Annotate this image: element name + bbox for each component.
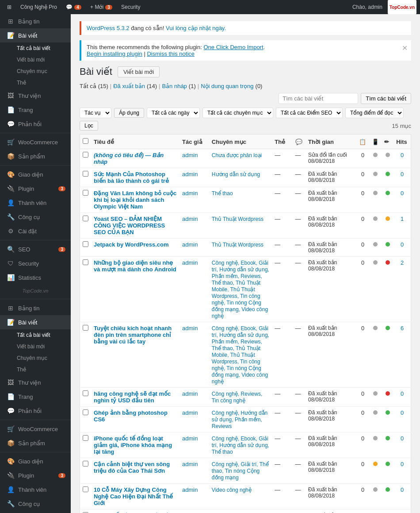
hits-link-9[interactable]: 0 bbox=[401, 435, 404, 442]
post-title-link-5[interactable]: Những bộ giao diện siêu nhẹ và mượt mà d… bbox=[94, 259, 176, 273]
sidebar-item-security[interactable]: 🛡 Security bbox=[0, 256, 71, 270]
row-cb-8[interactable] bbox=[83, 409, 88, 415]
filter-draft[interactable]: Bản nháp bbox=[162, 83, 187, 89]
filter-important[interactable]: Nội dung quan trọng bbox=[201, 83, 253, 89]
sidebar-item-pages[interactable]: 📄 Trang bbox=[0, 103, 71, 117]
author-link-11[interactable]: admin bbox=[182, 486, 198, 493]
row-cb-2[interactable] bbox=[83, 190, 88, 196]
filter-button[interactable]: Lọc bbox=[80, 121, 98, 131]
sidebar-subitem-tags[interactable]: Thẻ bbox=[0, 77, 71, 89]
category-filter-select[interactable]: Tất cả các chuyên mục bbox=[202, 108, 273, 118]
author-link-2[interactable]: admin bbox=[182, 190, 198, 197]
author-link-6[interactable]: admin bbox=[182, 325, 198, 332]
hits-link-2[interactable]: 0 bbox=[401, 190, 404, 197]
row-cb-3[interactable] bbox=[83, 216, 88, 221]
sidebar-item-seo[interactable]: 🔍 SEO 3 bbox=[0, 242, 71, 256]
post-title-link-8[interactable]: Ghép ảnh bằng photoshop CS6 bbox=[94, 409, 168, 423]
sidebar-item-dashboard[interactable]: ⊞ Bảng tin bbox=[0, 14, 71, 28]
sidebar-item-library2[interactable]: 🖼 Thư viện bbox=[0, 375, 71, 390]
row-cb-4[interactable] bbox=[83, 241, 88, 247]
sidebar-subitem-new2[interactable]: Viết bài mới bbox=[0, 341, 71, 352]
sidebar-item-appearance[interactable]: 🎨 Giao diện bbox=[0, 167, 71, 181]
sidebar-item-woo[interactable]: 🛒 WooCommerce bbox=[0, 135, 71, 149]
sidebar-item-users[interactable]: 👤 Thành viên bbox=[0, 196, 71, 210]
plugin-link[interactable]: One Click Demo Import bbox=[203, 44, 263, 50]
search-input[interactable] bbox=[279, 93, 358, 104]
sidebar-item-posts2[interactable]: 📝 Bài viết bbox=[0, 315, 71, 329]
author-link-7[interactable]: admin bbox=[182, 390, 198, 397]
adminbar-greeting[interactable]: Chào, admin bbox=[349, 0, 386, 14]
hits-link-0[interactable]: 0 bbox=[401, 152, 404, 158]
sidebar-subitem-all2[interactable]: Tất cả bài viết bbox=[0, 329, 71, 341]
row-cb-0[interactable] bbox=[83, 152, 88, 158]
sidebar-item-pages2[interactable]: 📄 Trang bbox=[0, 390, 71, 404]
adminbar-new[interactable]: + Mới 3 bbox=[87, 0, 116, 14]
sidebar-item-plugins[interactable]: 🔌 Plugin 3 bbox=[0, 181, 71, 196]
sidebar-subitem-categories[interactable]: Chuyên mục bbox=[0, 66, 71, 77]
post-title-link-7[interactable]: hãng công nghệ sẽ đạt mốc nghìn tỷ USD đ… bbox=[94, 390, 171, 404]
row-cb-7[interactable] bbox=[83, 390, 88, 396]
sidebar-item-settings2[interactable]: ⚙ Cài đặt bbox=[0, 511, 71, 513]
adminbar-comments[interactable]: 💬 4 bbox=[62, 0, 85, 14]
sidebar-subitem-cat2[interactable]: Chuyên mục bbox=[0, 352, 71, 364]
sidebar-item-library[interactable]: 🖼 Thư viện bbox=[0, 89, 71, 103]
hits-link-1[interactable]: 0 bbox=[401, 171, 404, 177]
bulk-action-select[interactable]: Tác vụ bbox=[80, 108, 111, 118]
filter-published[interactable]: Đã xuất bản bbox=[113, 83, 145, 89]
sidebar-item-settings[interactable]: ⚙ Cài đặt bbox=[0, 224, 71, 238]
author-link-0[interactable]: admin bbox=[182, 152, 198, 158]
readability-filter-select[interactable]: Tổng điểm để đọc bbox=[345, 108, 404, 118]
apply-button-top[interactable]: Áp dụng bbox=[114, 108, 144, 118]
row-cb-5[interactable] bbox=[83, 259, 88, 265]
sidebar-item-products2[interactable]: 📦 Sản phẩm bbox=[0, 436, 71, 450]
post-title-link-1[interactable]: Sức Mạnh Của Photoshop biến bà lão thành… bbox=[94, 171, 169, 184]
sidebar-subitem-all-posts[interactable]: Tất cả bài viết bbox=[0, 42, 71, 54]
row-cb-10[interactable] bbox=[83, 461, 88, 467]
post-title-link-11[interactable]: 10 Cỗ Máy Xây Dựng Công Nghệ Cao Hiện Đạ… bbox=[94, 486, 173, 506]
sidebar-item-posts[interactable]: 📝 Bài viết bbox=[0, 28, 71, 42]
search-button[interactable]: Tìm các bài viết bbox=[361, 93, 411, 104]
post-title-link-0[interactable]: (không có tiêu đề) — Bản nháp bbox=[94, 152, 164, 165]
hits-link-8[interactable]: 0 bbox=[401, 409, 404, 416]
post-title-link-2[interactable]: Đặng Văn Lâm không bỏ cuộc khi bị loại k… bbox=[94, 190, 176, 210]
author-link-8[interactable]: admin bbox=[182, 409, 198, 416]
sidebar-item-comments2[interactable]: 💬 Phản hồi bbox=[0, 404, 71, 418]
sidebar-item-statistics[interactable]: 📊 Statistics bbox=[0, 270, 71, 285]
hits-link-11[interactable]: 0 bbox=[401, 486, 404, 493]
row-cb-11[interactable] bbox=[83, 486, 88, 492]
adminbar-security[interactable]: Security bbox=[118, 0, 144, 14]
hits-link-3[interactable]: 1 bbox=[401, 216, 404, 222]
author-link-3[interactable]: admin bbox=[182, 216, 198, 222]
sidebar-item-dashboard2[interactable]: ⊞ Bảng tin bbox=[0, 301, 71, 315]
hits-link-10[interactable]: 0 bbox=[401, 461, 404, 467]
plugin-install-link[interactable]: Begin installing plugin bbox=[87, 50, 142, 57]
notice-close-button[interactable]: ✕ bbox=[402, 44, 408, 52]
row-cb-1[interactable] bbox=[83, 171, 88, 177]
sidebar-item-users2[interactable]: 👤 Thành viên bbox=[0, 482, 71, 497]
row-cb-6[interactable] bbox=[83, 325, 88, 331]
plugin-dismiss-link[interactable]: Dismiss this notice bbox=[147, 50, 195, 57]
sidebar-item-tools[interactable]: 🔧 Công cụ bbox=[0, 210, 71, 224]
post-title-link-3[interactable]: Yoast SEO – ĐẢM NHIỆM CÔNG VIỆC WORDPRES… bbox=[94, 216, 165, 235]
date-filter-select[interactable]: Tất cả các ngày bbox=[147, 108, 200, 118]
sidebar-item-products[interactable]: 📦 Sản phẩm bbox=[0, 149, 71, 163]
adminbar-site[interactable]: Công Nghệ Pro bbox=[17, 0, 61, 14]
select-all-checkbox[interactable] bbox=[83, 138, 88, 144]
new-post-button[interactable]: Viết bài mới bbox=[118, 66, 160, 77]
post-title-link-6[interactable]: Tuyệt chiêu kích hoạt nhanh đèn pin trên… bbox=[94, 325, 172, 345]
author-link-9[interactable]: admin bbox=[182, 435, 198, 442]
update-link[interactable]: WordPress 5.3.2 bbox=[87, 25, 130, 31]
sidebar-subitem-new-post[interactable]: Viết bài mới bbox=[0, 54, 71, 66]
sidebar-item-plugins2[interactable]: 🔌 Plugin 3 bbox=[0, 468, 71, 482]
adminbar-logo[interactable]: ⊞ bbox=[4, 0, 15, 14]
post-title-link-4[interactable]: Jetpack by WordPress.com bbox=[94, 241, 169, 248]
author-link-5[interactable]: admin bbox=[182, 259, 198, 266]
post-title-link-10[interactable]: Cận cảnh biệt thự ven sông triệu đô của … bbox=[94, 461, 170, 474]
hits-link-5[interactable]: 2 bbox=[401, 259, 404, 266]
author-link-1[interactable]: admin bbox=[182, 171, 198, 177]
author-link-10[interactable]: admin bbox=[182, 461, 198, 467]
post-title-link-9[interactable]: iPhone quốc tế đồng loạt giảm giá, iPhon… bbox=[94, 435, 172, 455]
sidebar-item-tools2[interactable]: 🔧 Công cụ bbox=[0, 497, 71, 511]
seo-filter-select[interactable]: Tất cả các Điểm SEO bbox=[276, 108, 343, 118]
sidebar-item-comments[interactable]: 💬 Phản hồi bbox=[0, 117, 71, 131]
